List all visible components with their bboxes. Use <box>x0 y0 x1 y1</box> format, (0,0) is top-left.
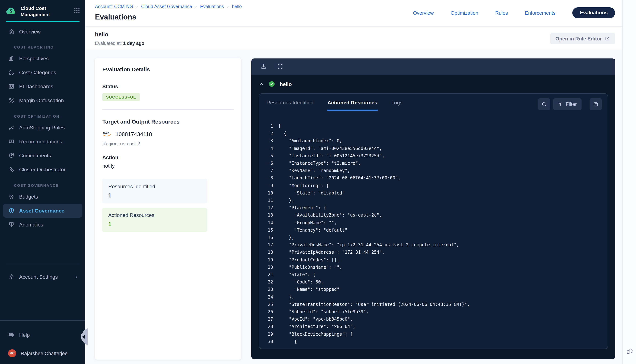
copy-button[interactable] <box>590 98 602 110</box>
code-line: 7 "KeyName": "randomkey", <box>259 167 605 174</box>
shield-alert-icon <box>8 221 15 228</box>
tab-enforcements[interactable]: Enforcements <box>525 10 556 16</box>
code-line: 6 "InstanceType": "t2.micro", <box>259 160 605 167</box>
page-title: Evaluations <box>95 13 136 21</box>
sidebar-item-commitments[interactable]: Commitments <box>3 148 83 162</box>
evaluated-at-label: Evaluated at: <box>95 41 122 46</box>
sidebar-item-bi-dashboards[interactable]: BI Dashboards <box>3 80 83 94</box>
code-line: 11 }, <box>259 197 605 204</box>
breadcrumb-cloud-asset-governance[interactable]: Cloud Asset Governance <box>141 4 192 9</box>
tab-logs[interactable]: Logs <box>391 100 403 111</box>
breadcrumb-separator-icon: › <box>136 4 138 9</box>
open-in-rule-editor-button[interactable]: Open in Rule Editor <box>550 33 615 44</box>
evaluated-at: Evaluated at: 1 day ago <box>95 41 144 46</box>
breadcrumb-evaluations[interactable]: Evaluations <box>200 4 224 9</box>
help-label: Help <box>19 332 30 338</box>
sidebar-item-cost-categories[interactable]: Cost Categories <box>3 66 83 80</box>
evaluation-details-card: Evaluation Details Status SUCCESSFUL Tar… <box>95 58 241 360</box>
json-code-viewer[interactable]: 1[2 {3 "AmiLaunchIndex": 0,4 "ImageId": … <box>259 122 605 345</box>
collapse-arrow-icon <box>82 335 85 339</box>
brand: $ Cloud Cost Management <box>0 0 85 18</box>
viewer-tabs: Resources Identified Actioned Resources … <box>266 100 403 111</box>
breadcrumb: Account: CCM-NG › Cloud Asset Governance… <box>95 4 242 9</box>
stat-value: 1 <box>108 221 201 228</box>
filter-button[interactable]: Filter <box>553 98 581 110</box>
tab-evaluations-active[interactable]: Evaluations <box>572 7 615 18</box>
chat-support-icon[interactable] <box>626 347 634 355</box>
code-line: 2 { <box>259 130 605 137</box>
viewer-toolbar <box>251 58 615 75</box>
code-line: 29 "BlockDeviceMappings": [ <box>259 330 605 338</box>
code-line: 9 "Monitoring": { <box>259 182 605 189</box>
brand-title: Cloud Cost Management <box>21 5 57 18</box>
breadcrumb-separator-icon: › <box>227 4 229 9</box>
actioned-resources-card: Resources Identified Actioned Resources … <box>259 94 608 349</box>
code-line: 21 "State": { <box>259 271 605 278</box>
cloud-cost-logo-icon: $ <box>5 5 17 16</box>
actioned-resources-stat: Actioned Resources 1 <box>102 208 207 232</box>
breadcrumb-account[interactable]: Account: CCM-NG <box>95 4 133 9</box>
svg-text:$: $ <box>10 8 13 14</box>
app-window: $ Cloud Cost Management Overview <box>0 0 636 364</box>
sidebar-item-label: Perspectives <box>19 56 49 62</box>
chevron-up-icon[interactable] <box>259 82 264 86</box>
dashboard-image-icon <box>8 83 15 90</box>
sidebar-item-margin-obfuscation[interactable]: Margin Obfuscation <box>3 94 83 107</box>
filter-label: Filter <box>566 102 577 107</box>
help-button[interactable]: ? Help <box>3 328 83 342</box>
copy-icon <box>593 102 598 107</box>
action-value: notify <box>102 163 234 169</box>
sidebar-item-label: Budgets <box>19 194 38 200</box>
target-resources-title: Target and Output Resources <box>102 118 234 125</box>
user-menu[interactable]: RC Rajarshee Chatterjee <box>3 346 83 360</box>
page-header: Account: CCM-NG › Cloud Asset Governance… <box>85 0 622 50</box>
evaluated-at-value: 1 day ago <box>123 41 144 46</box>
code-line: 26 "SubnetId": "subnet-75fe9b39", <box>259 308 605 316</box>
search-button[interactable] <box>538 98 550 110</box>
shapes-icon <box>8 69 15 76</box>
header-top-row: Account: CCM-NG › Cloud Asset Governance… <box>85 0 622 27</box>
breadcrumb-current[interactable]: hello <box>232 4 242 9</box>
code-line: 3 "AmiLaunchIndex": 0, <box>259 137 605 145</box>
fullscreen-icon[interactable] <box>277 64 283 70</box>
sidebar-item-account-settings[interactable]: Account Settings › <box>3 270 83 284</box>
viewer-evaluation-name: hello <box>280 81 292 87</box>
sidebar-item-recommendations[interactable]: Recommendations <box>3 134 83 148</box>
page-body: Evaluation Details Status SUCCESSFUL Tar… <box>85 50 622 364</box>
app-grid-icon[interactable] <box>74 5 80 14</box>
governance-top-nav: Overview Optimization Rules Enforcements… <box>413 7 615 18</box>
sidebar-item-perspectives[interactable]: Perspectives <box>3 52 83 66</box>
user-name: Rajarshee Chatterjee <box>21 350 68 356</box>
sidebar-item-label: Commitments <box>19 152 51 158</box>
tab-overview[interactable]: Overview <box>413 10 434 16</box>
code-line: 23 "Name": "stopped" <box>259 286 605 293</box>
sidebar: $ Cloud Cost Management Overview <box>0 0 85 364</box>
code-line: 19 "ProductCodes": [], <box>259 256 605 264</box>
sidebar-item-budgets[interactable]: $ Budgets <box>3 190 83 204</box>
sidebar-item-overview[interactable]: Overview <box>3 25 83 38</box>
sidebar-item-cluster-orchestrator[interactable]: Cluster Orchestrator <box>3 162 83 176</box>
status-badge: SUCCESSFUL <box>102 93 140 101</box>
details-card-title: Evaluation Details <box>102 66 234 72</box>
tab-resources-identified[interactable]: Resources Identified <box>266 100 313 111</box>
sidebar-item-anomalies[interactable]: Anomalies <box>3 218 83 232</box>
tab-optimization[interactable]: Optimization <box>451 10 478 16</box>
sidebar-section-cost-reporting: COST REPORTING <box>14 45 80 49</box>
sidebar-item-label: Anomalies <box>19 222 43 228</box>
sidebar-item-label: Overview <box>19 29 41 34</box>
code-line: 17 "PrivateDnsName": "ip-172-31-44-254.u… <box>259 242 605 249</box>
bar-chart-icon <box>8 55 15 62</box>
sidebar-item-label: Asset Governance <box>19 208 64 214</box>
breadcrumb-separator-icon: › <box>195 4 197 9</box>
sidebar-item-label: Margin Obfuscation <box>19 98 64 103</box>
tab-rules[interactable]: Rules <box>495 10 508 16</box>
autostopping-icon <box>8 124 15 131</box>
sidebar-item-autostopping-rules[interactable]: AutoStopping Rules <box>3 120 83 134</box>
tab-actioned-resources[interactable]: Actioned Resources <box>328 100 377 111</box>
download-icon[interactable] <box>261 64 266 70</box>
code-line: 25 "StateTransitionReason": "User initia… <box>259 301 605 308</box>
sidebar-item-asset-governance[interactable]: $ Asset Governance <box>3 204 83 218</box>
avatar: RC <box>8 349 16 358</box>
code-line: 28 "Architecture": "x86_64", <box>259 323 605 330</box>
action-label: Action <box>102 154 234 160</box>
